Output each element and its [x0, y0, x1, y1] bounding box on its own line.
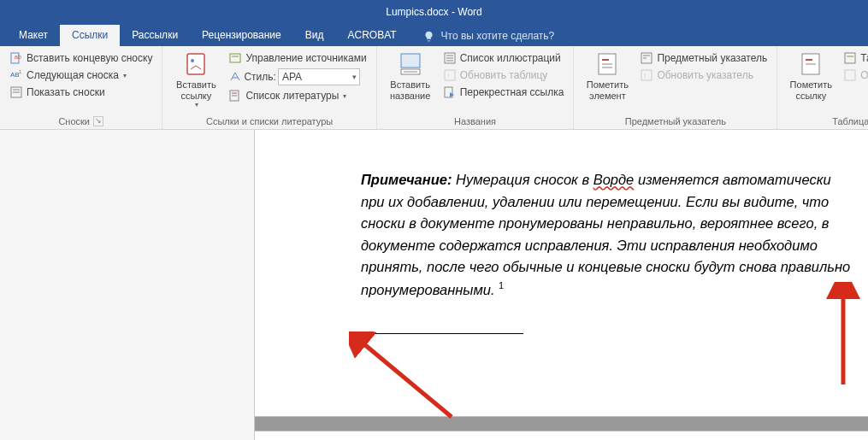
insert-index-icon — [640, 51, 653, 65]
document-page-next[interactable] — [255, 431, 868, 440]
svg-line-39 — [359, 340, 452, 417]
citation-icon — [182, 50, 210, 78]
group-toa: Пометить ссылку Таблица ссылок Обновить … — [777, 46, 868, 129]
caption-icon — [397, 50, 424, 78]
svg-rect-31 — [641, 70, 652, 80]
show-notes-icon — [9, 85, 23, 99]
document-paragraph[interactable]: Примечание: Нумерация сносок в Ворде изм… — [361, 169, 853, 301]
group-captions-label: Названия — [454, 116, 496, 126]
next-footnote-button[interactable]: AB1 Следующая сноска ▾ — [7, 67, 155, 83]
footnote-marker[interactable]: 1 — [361, 337, 853, 347]
svg-rect-34 — [806, 59, 812, 61]
note-label: Примечание: — [361, 172, 452, 187]
show-notes-button[interactable]: Показать сноски — [7, 85, 155, 100]
svg-text:!: ! — [644, 72, 646, 79]
insert-index-button[interactable]: Предметный указатель — [637, 50, 770, 66]
bibliography-button[interactable]: Список литературы ▾ — [226, 88, 369, 103]
svg-text:ab: ab — [15, 54, 21, 60]
dropdown-icon: ▾ — [343, 92, 346, 100]
group-citations-label: Ссылки и списки литературы — [206, 116, 333, 126]
tab-layout[interactable]: Макет — [7, 25, 60, 46]
cross-reference-button[interactable]: Перекрестная ссылка — [440, 85, 567, 100]
table-of-figures-button[interactable]: Список иллюстраций — [440, 50, 567, 66]
update-toa-button: Обновить таблицу — [841, 67, 868, 83]
svg-rect-25 — [602, 59, 609, 61]
next-footnote-icon: AB1 — [9, 68, 23, 82]
workspace: Примечание: Нумерация сносок в Ворде изм… — [0, 130, 868, 440]
svg-rect-38 — [845, 70, 855, 80]
mark-entry-button[interactable]: Пометить элемент — [581, 49, 634, 114]
citation-style-dropdown[interactable]: APA — [278, 68, 360, 85]
svg-rect-14 — [401, 54, 420, 67]
mark-citation-button[interactable]: Пометить ссылку — [784, 49, 837, 114]
svg-rect-9 — [230, 54, 240, 62]
manage-sources-button[interactable]: Управление источниками — [226, 50, 369, 66]
update-table-icon: ! — [443, 68, 457, 82]
bibliography-icon — [228, 89, 242, 103]
svg-point-8 — [191, 59, 194, 62]
update-table-button: ! Обновить таблицу — [440, 67, 567, 83]
group-toa-label: Таблица ссылок — [832, 116, 868, 126]
svg-text:!: ! — [447, 72, 449, 79]
tab-view[interactable]: Вид — [293, 25, 336, 46]
mark-entry-icon — [593, 50, 621, 78]
manage-sources-icon — [228, 51, 242, 65]
mark-citation-icon — [797, 50, 824, 78]
update-index-button: ! Обновить указатель — [637, 67, 770, 83]
ribbon-tabs: Макет Ссылки Рассылки Рецензирование Вид… — [0, 24, 868, 46]
footnote-reference[interactable]: 1 — [499, 280, 504, 290]
update-toa-icon — [843, 68, 857, 82]
tab-mailings[interactable]: Рассылки — [120, 25, 190, 46]
tab-references[interactable]: Ссылки — [60, 25, 120, 46]
insert-toa-button[interactable]: Таблица ссылок — [841, 50, 868, 66]
tof-icon — [443, 51, 457, 65]
lightbulb-icon — [422, 29, 436, 43]
titlebar: Lumpics.docx - Word — [0, 0, 868, 24]
cross-ref-icon — [443, 85, 457, 99]
tell-me-search[interactable]: Что вы хотите сделать? — [416, 26, 562, 46]
svg-rect-36 — [845, 53, 855, 63]
svg-rect-7 — [187, 54, 204, 74]
group-captions: Вставить название Список иллюстраций ! О… — [377, 46, 575, 129]
style-icon — [228, 70, 242, 84]
tab-review[interactable]: Рецензирование — [190, 25, 293, 46]
group-citations: Вставить ссылку ▾ Управление источниками… — [162, 46, 376, 129]
insert-citation-button[interactable]: Вставить ссылку ▾ — [169, 49, 222, 114]
spelling-error[interactable]: Ворде — [593, 172, 635, 187]
document-page[interactable]: Примечание: Нумерация сносок в Ворде изм… — [255, 130, 868, 416]
group-footnotes: ab Вставить концевую сноску AB1 Следующа… — [0, 46, 162, 129]
insert-caption-button[interactable]: Вставить название — [384, 49, 437, 114]
navigation-panel[interactable] — [0, 130, 255, 440]
window-title: Lumpics.docx - Word — [386, 6, 481, 18]
group-index-label: Предметный указатель — [625, 116, 726, 126]
insert-endnote-button[interactable]: ab Вставить концевую сноску — [7, 50, 155, 66]
group-index: Пометить элемент Предметный указатель ! … — [574, 46, 777, 129]
document-area[interactable]: Примечание: Нумерация сносок в Ворде изм… — [255, 130, 868, 440]
svg-rect-21 — [445, 70, 455, 80]
toa-icon — [843, 51, 857, 65]
ribbon: ab Вставить концевую сноску AB1 Следующа… — [0, 46, 868, 130]
citation-style-row: Стиль: APA — [226, 67, 369, 86]
svg-text:1: 1 — [19, 69, 22, 74]
tab-acrobat[interactable]: ACROBAT — [335, 25, 408, 46]
footnote-separator — [361, 333, 523, 334]
group-footnotes-label: Сноски — [58, 116, 90, 126]
footnotes-dialog-launcher[interactable]: ↘ — [93, 116, 103, 126]
update-index-icon: ! — [640, 68, 653, 82]
dropdown-icon: ▾ — [195, 101, 198, 109]
dropdown-icon: ▾ — [123, 72, 127, 79]
endnote-icon: ab — [9, 51, 23, 65]
